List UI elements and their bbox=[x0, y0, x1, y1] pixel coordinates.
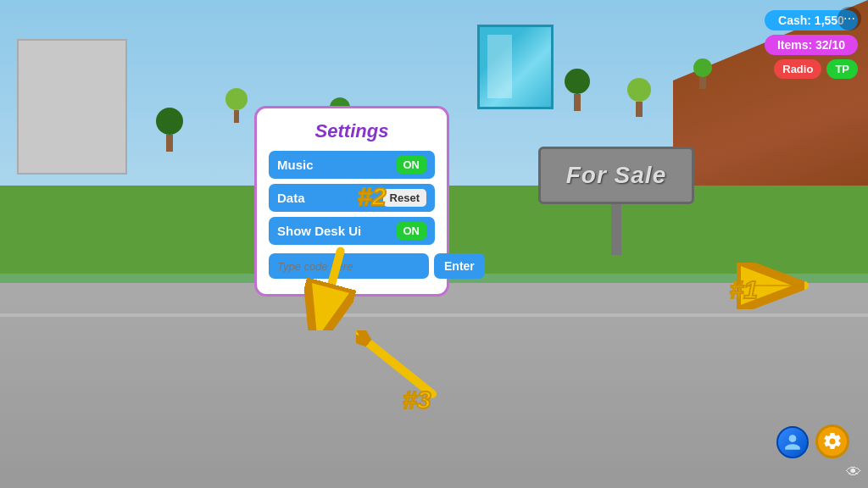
for-sale-sign: For Sale bbox=[538, 147, 694, 255]
data-label: Data bbox=[277, 191, 305, 205]
annotation-2: #2 bbox=[358, 182, 386, 211]
tree-2 bbox=[225, 88, 248, 123]
data-row: Data Reset bbox=[269, 184, 435, 212]
arrow-2-svg bbox=[297, 246, 364, 330]
annotation-1: #1 bbox=[730, 275, 758, 304]
gear-svg bbox=[822, 431, 843, 452]
tp-button[interactable]: TP bbox=[826, 59, 858, 79]
tree-5 bbox=[627, 78, 651, 117]
show-desk-ui-toggle[interactable]: ON bbox=[397, 222, 427, 240]
tree-4 bbox=[565, 69, 590, 111]
svg-line-4 bbox=[323, 252, 341, 317]
music-row: Music ON bbox=[269, 151, 435, 179]
show-desk-ui-label: Show Desk Ui bbox=[277, 224, 361, 238]
data-reset-button[interactable]: Reset bbox=[383, 189, 426, 207]
tree-1 bbox=[156, 108, 183, 152]
show-desk-ui-row: Show Desk Ui ON bbox=[269, 217, 435, 245]
building-left bbox=[17, 39, 127, 175]
avatar-icon bbox=[776, 426, 809, 458]
items-display: Items: 32/10 bbox=[765, 35, 858, 55]
music-toggle[interactable]: ON bbox=[397, 156, 427, 174]
more-menu-button[interactable]: ⋯ bbox=[837, 7, 861, 30]
avatar-svg bbox=[783, 433, 802, 452]
for-sale-text: For Sale bbox=[538, 147, 694, 204]
sign-post bbox=[611, 204, 621, 255]
annotation-3: #3 bbox=[403, 385, 431, 414]
hud-bottom-row: Radio TP bbox=[774, 59, 858, 79]
tree-6 bbox=[693, 58, 712, 89]
radio-button[interactable]: Radio bbox=[774, 59, 821, 79]
music-label: Music bbox=[277, 158, 314, 172]
gear-icon[interactable] bbox=[815, 424, 849, 458]
enter-button[interactable]: Enter bbox=[434, 253, 485, 279]
eye-icon: 👁 bbox=[846, 463, 861, 481]
sidewalk bbox=[0, 313, 868, 317]
building-glass bbox=[477, 25, 554, 109]
settings-title: Settings bbox=[269, 120, 435, 142]
